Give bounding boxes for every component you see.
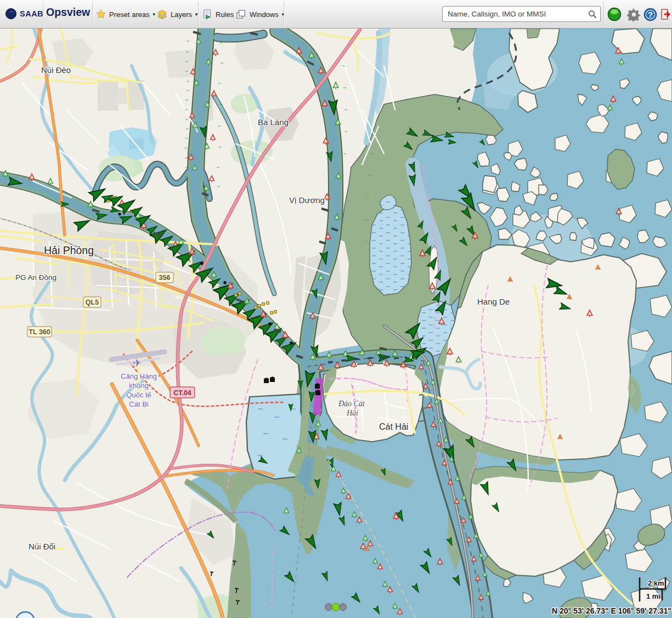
svg-text:Cảng Hàng: Cảng Hàng <box>121 372 157 380</box>
svg-text:Núi Đèo: Núi Đèo <box>41 65 71 75</box>
svg-text:Quốc tế: Quốc tế <box>126 391 151 399</box>
svg-text:Vị Dương: Vị Dương <box>289 195 325 205</box>
svg-text:?: ? <box>648 10 653 19</box>
svg-text:Cát Hải: Cát Hải <box>379 422 408 431</box>
svg-text:Núi Đối: Núi Đối <box>29 542 55 551</box>
svg-text:1 mi: 1 mi <box>646 592 660 600</box>
svg-text:Hang De: Hang De <box>477 297 510 306</box>
svg-text:Hải Phòng: Hải Phòng <box>44 244 94 256</box>
svg-text:2 km: 2 km <box>648 579 664 587</box>
svg-text:Đảo Cát: Đảo Cát <box>338 400 365 408</box>
svg-text:✈: ✈ <box>133 357 142 369</box>
svg-text:356: 356 <box>159 274 171 282</box>
svg-text:Ba Làng: Ba Làng <box>258 117 289 127</box>
svg-text:Cát Bi: Cát Bi <box>129 400 149 408</box>
svg-text:QL5: QL5 <box>86 299 99 306</box>
svg-text:N 20° 53' 26.73" E 106° 59' 27: N 20° 53' 26.73" E 106° 59' 27.31" <box>552 606 671 615</box>
svg-text:PG An Đồng: PG An Đồng <box>15 273 57 282</box>
svg-text:CT.04: CT.04 <box>173 389 191 397</box>
svg-text:Hải: Hải <box>346 409 358 417</box>
svg-text:TL 360: TL 360 <box>29 328 50 336</box>
svg-text:không: không <box>129 381 148 390</box>
